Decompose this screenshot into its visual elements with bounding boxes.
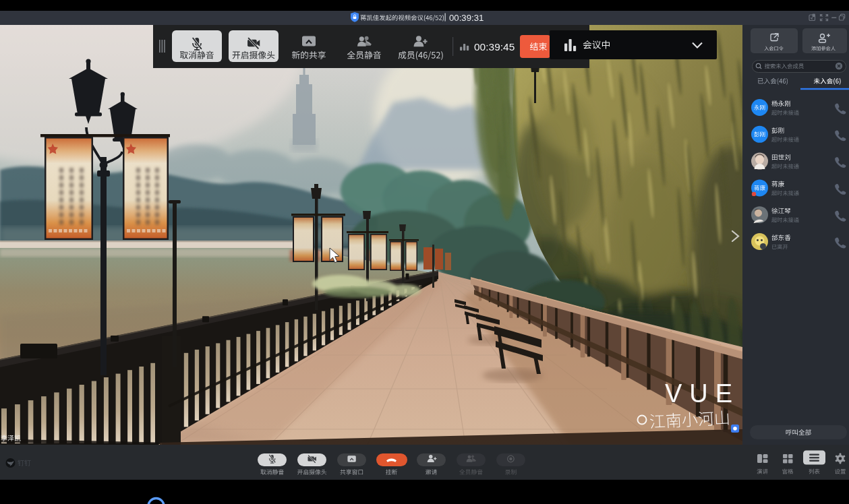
svg-text:VUE: VUE — [665, 379, 740, 408]
